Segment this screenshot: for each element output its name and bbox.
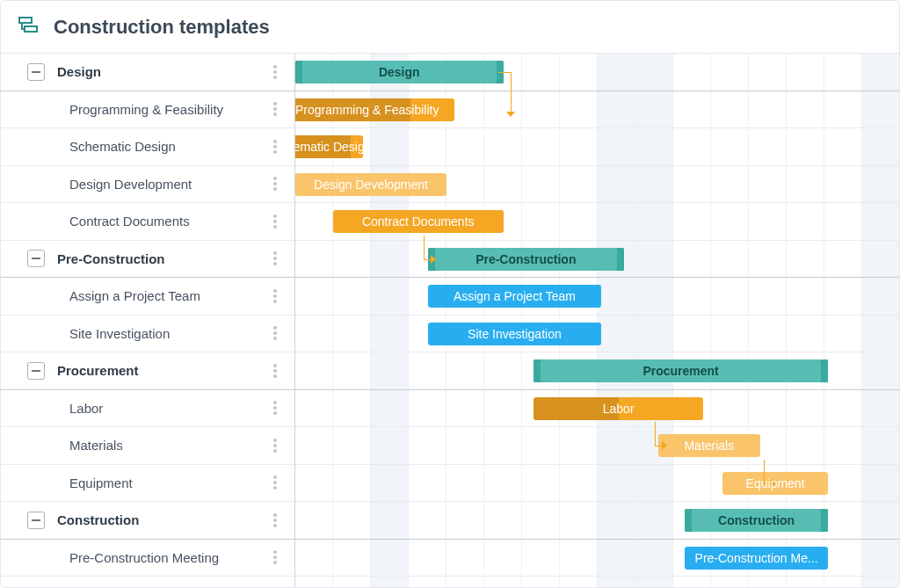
- section-row[interactable]: Construction: [1, 502, 294, 540]
- task-bar[interactable]: Site Investigation: [428, 323, 602, 345]
- summary-bar[interactable]: Pre-Construction: [428, 248, 625, 271]
- task-label: Equipment: [69, 475, 273, 490]
- section-row[interactable]: Design: [1, 54, 294, 91]
- task-label: Procurement: [57, 363, 273, 378]
- task-row[interactable]: Site Investigation: [1, 316, 294, 353]
- timeline-row: Materials: [295, 427, 899, 465]
- drag-handle-icon[interactable]: [273, 100, 286, 118]
- drag-handle-icon[interactable]: [273, 324, 286, 342]
- bar-label: Labor: [603, 402, 635, 416]
- svg-rect-0: [19, 18, 32, 23]
- task-label: Assign a Project Team: [69, 288, 273, 303]
- task-label: Construction: [57, 512, 273, 527]
- task-label: Schematic Design: [69, 139, 273, 154]
- task-bar[interactable]: Materials: [658, 434, 760, 457]
- timeline-rows: DesignProgramming & FeasibilitySchematic…: [295, 54, 899, 577]
- timeline[interactable]: DesignProgramming & FeasibilitySchematic…: [295, 54, 899, 587]
- drag-handle-icon[interactable]: [273, 250, 286, 267]
- timeline-row: Procurement: [295, 352, 899, 390]
- task-row[interactable]: Design Development: [1, 166, 294, 204]
- timeline-row: Pre-Construction Me...: [295, 540, 899, 577]
- task-row[interactable]: Equipment: [1, 465, 294, 503]
- bar-label: Procurement: [642, 364, 718, 378]
- task-bar[interactable]: Assign a Project Team: [428, 285, 602, 308]
- task-bar[interactable]: Programming & Feasibility: [295, 98, 454, 121]
- summary-bar[interactable]: Procurement: [533, 359, 828, 382]
- bar-label: Materials: [684, 439, 734, 453]
- drag-handle-icon[interactable]: [273, 138, 286, 156]
- section-row[interactable]: Procurement: [1, 352, 294, 390]
- drag-handle-icon[interactable]: [273, 175, 286, 192]
- drag-handle-icon[interactable]: [273, 474, 286, 491]
- task-row[interactable]: Labor: [1, 390, 294, 428]
- timeline-row: Programming & Feasibility: [295, 91, 899, 129]
- timeline-row: Pre-Construction: [295, 241, 899, 279]
- drag-handle-icon[interactable]: [273, 512, 286, 529]
- task-bar[interactable]: Labor: [533, 397, 704, 420]
- bar-label: Contract Documents: [362, 214, 475, 229]
- bar-label: Equipment: [746, 476, 805, 490]
- svg-rect-1: [25, 26, 37, 32]
- collapse-button[interactable]: [27, 63, 45, 81]
- timeline-row: Assign a Project Team: [295, 278, 899, 316]
- bar-label: Assign a Project Team: [454, 289, 576, 303]
- bar-label: Programming & Feasibility: [295, 103, 439, 117]
- gantt-body: DesignProgramming & FeasibilitySchematic…: [1, 54, 899, 587]
- app-header: Construction templates: [1, 1, 899, 54]
- summary-bar[interactable]: Construction: [685, 509, 828, 532]
- bar-label: Site Investigation: [468, 327, 562, 341]
- timeline-row: Site Investigation: [295, 316, 899, 353]
- gantt-app: Construction templates DesignProgramming…: [0, 0, 900, 588]
- drag-handle-icon[interactable]: [273, 63, 286, 81]
- task-bar[interactable]: Schematic Design: [295, 135, 363, 158]
- bar-label: Design Development: [314, 178, 428, 192]
- task-bar[interactable]: Pre-Construction Me...: [685, 547, 828, 570]
- drag-handle-icon[interactable]: [273, 213, 286, 230]
- task-label: Design: [57, 64, 273, 79]
- drag-handle-icon[interactable]: [273, 399, 286, 417]
- task-row[interactable]: Programming & Feasibility: [1, 91, 294, 129]
- task-panel: DesignProgramming & FeasibilitySchematic…: [1, 54, 295, 587]
- bar-label: Schematic Design: [295, 140, 363, 154]
- task-bar[interactable]: Contract Documents: [333, 210, 504, 233]
- task-label: Design Development: [69, 177, 273, 192]
- page-title: Construction templates: [54, 16, 270, 39]
- timeline-row: Schematic Design: [295, 128, 899, 166]
- timeline-row: Design: [295, 54, 899, 91]
- gantt-icon: [18, 17, 41, 38]
- task-row[interactable]: Schematic Design: [1, 128, 294, 166]
- task-bar[interactable]: Equipment: [722, 472, 828, 495]
- section-row[interactable]: Pre-Construction: [1, 241, 294, 279]
- task-label: Site Investigation: [69, 326, 273, 341]
- timeline-row: Equipment: [295, 465, 899, 503]
- collapse-button[interactable]: [27, 512, 45, 529]
- task-row[interactable]: Assign a Project Team: [1, 278, 294, 316]
- bar-label: Pre-Construction Me...: [695, 551, 818, 565]
- task-row[interactable]: Pre-Construction Meeting: [1, 540, 294, 577]
- timeline-row: Design Development: [295, 166, 899, 204]
- bar-label: Design: [379, 65, 420, 79]
- task-label: Materials: [69, 438, 273, 453]
- task-label: Contract Documents: [69, 214, 273, 229]
- timeline-row: Labor: [295, 390, 899, 428]
- task-row[interactable]: Materials: [1, 427, 294, 465]
- drag-handle-icon[interactable]: [273, 437, 286, 454]
- collapse-button[interactable]: [27, 250, 45, 267]
- bar-label: Pre-Construction: [475, 252, 576, 266]
- task-label: Pre-Construction Meeting: [69, 550, 273, 565]
- collapse-button[interactable]: [27, 362, 45, 380]
- timeline-row: Contract Documents: [295, 203, 899, 241]
- drag-handle-icon[interactable]: [273, 287, 286, 305]
- task-label: Pre-Construction: [57, 251, 273, 266]
- bar-label: Construction: [718, 513, 795, 527]
- timeline-row: Construction: [295, 502, 899, 540]
- drag-handle-icon[interactable]: [273, 362, 286, 380]
- task-row[interactable]: Contract Documents: [1, 203, 294, 241]
- task-label: Programming & Feasibility: [69, 102, 273, 117]
- task-label: Labor: [69, 401, 273, 416]
- task-bar[interactable]: Design Development: [295, 173, 446, 196]
- summary-bar[interactable]: Design: [295, 61, 504, 83]
- drag-handle-icon[interactable]: [273, 548, 286, 566]
